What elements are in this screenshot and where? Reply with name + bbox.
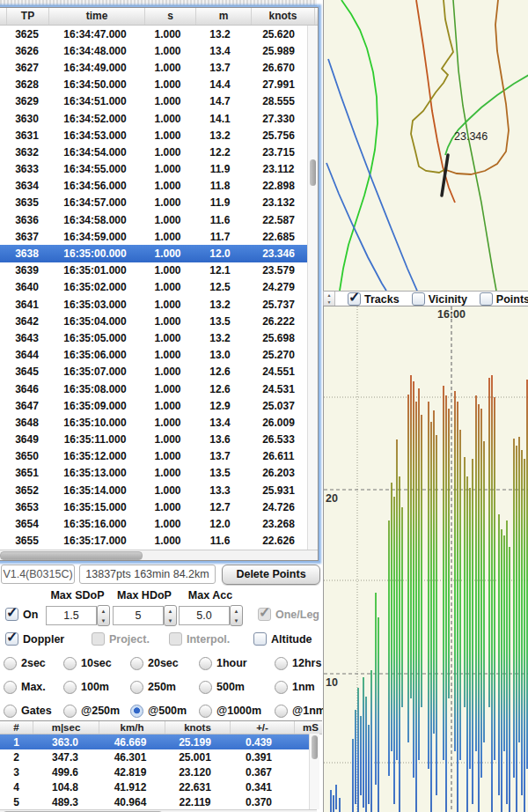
radio-option[interactable]: Gates: [4, 705, 63, 718]
results-table-header[interactable]: #m|seckm/hknots+/-mS: [0, 721, 322, 734]
map-layer-checkbox-points[interactable]: Points: [480, 292, 528, 306]
map-layer-checkbox-vicinity[interactable]: Vicinity: [412, 292, 467, 306]
table-row[interactable]: 362716:34:49.0001.00013.726.670: [0, 59, 318, 76]
stepper-down-icon[interactable]: ▼: [231, 616, 242, 625]
radio-icon[interactable]: [4, 681, 17, 694]
table-row[interactable]: 363416:34:56.0001.00011.822.898: [0, 178, 318, 195]
radio-icon[interactable]: [130, 657, 143, 670]
radio-icon[interactable]: [63, 657, 77, 670]
table-row[interactable]: 365116:35:13.0001.00013.526.203: [0, 465, 318, 482]
column-header[interactable]: m: [196, 8, 252, 25]
radio-option[interactable]: 10sec: [63, 657, 130, 670]
table-row[interactable]: 362616:34:48.0001.00013.425.989: [0, 42, 318, 59]
column-header[interactable]: m|sec: [33, 721, 99, 734]
radio-option[interactable]: @1nm: [275, 705, 324, 718]
table-row[interactable]: 363816:35:00.0001.00012.023.346: [0, 245, 318, 262]
radio-icon[interactable]: [199, 705, 212, 718]
table-row[interactable]: 364516:35:07.0001.00012.624.551: [0, 364, 318, 380]
checkbox-icon[interactable]: [253, 632, 267, 646]
radio-option[interactable]: 20sec: [130, 657, 199, 670]
table-row[interactable]: 365516:35:17.0001.00011.622.626: [0, 533, 318, 550]
map-layer-checkbox-tracks[interactable]: Tracks: [348, 292, 400, 306]
radio-icon[interactable]: [275, 681, 288, 694]
delete-points-button[interactable]: Delete Points: [222, 565, 320, 585]
checkbox-icon[interactable]: [348, 292, 361, 306]
column-header[interactable]: mS: [295, 721, 322, 734]
scrollbar-thumb[interactable]: [312, 735, 318, 759]
table-row[interactable]: 362916:34:51.0001.00014.728.555: [0, 93, 318, 110]
radio-icon[interactable]: [63, 705, 77, 718]
track-table-header[interactable]: TPtimesmknots: [0, 8, 318, 26]
radio-icon[interactable]: [199, 657, 212, 670]
map-scroll-stepper[interactable]: ▲ ▼: [324, 292, 335, 306]
max-sdop-stepper[interactable]: ▲ ▼: [97, 605, 110, 626]
checkbox-icon[interactable]: [5, 632, 18, 646]
column-header[interactable]: +/-: [231, 721, 295, 734]
radio-icon[interactable]: [199, 681, 212, 694]
stats-field[interactable]: 13837pts 163min 84.2km: [79, 565, 216, 584]
altitude-checkbox[interactable]: Altitude: [253, 632, 312, 646]
stepper-up-icon[interactable]: ▲: [165, 606, 176, 616]
table-row[interactable]: 364716:35:09.0001.00012.925.037: [0, 397, 318, 414]
radio-option[interactable]: 2sec: [4, 657, 63, 670]
stepper-up-icon[interactable]: ▲: [324, 292, 334, 299]
radio-option[interactable]: 250m: [130, 681, 199, 694]
table-row[interactable]: 363116:34:53.0001.00013.225.756: [0, 127, 318, 144]
doppler-checkbox[interactable]: Doppler: [5, 632, 64, 646]
max-hdop-stepper[interactable]: ▲ ▼: [164, 605, 177, 626]
table-row[interactable]: 365416:35:16.0001.00012.023.268: [0, 515, 318, 532]
radio-icon[interactable]: [275, 657, 288, 670]
column-header[interactable]: #: [0, 721, 33, 734]
table-row[interactable]: 363216:34:54.0001.00012.223.715: [0, 144, 318, 160]
speed-time-graph[interactable]: 16:00 20 10: [323, 306, 528, 812]
table-row[interactable]: 4104.841.91222.6310.341: [0, 780, 310, 795]
checkbox-icon[interactable]: [412, 292, 425, 306]
stepper-up-icon[interactable]: ▲: [231, 606, 242, 616]
max-acc-input[interactable]: 5.0: [179, 606, 230, 625]
table-row[interactable]: 364116:35:03.0001.00013.225.737: [0, 296, 318, 313]
radio-option[interactable]: @1000m: [199, 705, 275, 718]
table-row[interactable]: 362516:34:47.0001.00013.225.620: [0, 26, 318, 42]
scrollbar-thumb[interactable]: [310, 159, 316, 186]
on-checkbox[interactable]: On: [5, 608, 38, 621]
table-row[interactable]: 364016:35:02.0001.00012.524.279: [0, 279, 318, 296]
max-sdop-input[interactable]: 1.5: [46, 606, 97, 625]
radio-icon[interactable]: [130, 681, 143, 694]
table-row[interactable]: 365216:35:14.0001.00013.325.931: [0, 482, 318, 498]
table-row[interactable]: 363916:35:01.0001.00012.123.579: [0, 262, 318, 279]
stepper-down-icon[interactable]: ▼: [98, 616, 109, 625]
radio-option[interactable]: 12hrs: [275, 657, 324, 670]
column-header[interactable]: s: [145, 8, 196, 25]
table-row[interactable]: 1363.046.66925.1990.439: [0, 734, 310, 749]
radio-icon[interactable]: [4, 657, 17, 670]
table-row[interactable]: 363316:34:55.0001.00011.923.112: [0, 161, 318, 178]
track-map[interactable]: 23.346: [323, 0, 528, 291]
radio-icon[interactable]: [130, 705, 143, 718]
column-header[interactable]: TP: [7, 8, 49, 25]
table-row[interactable]: 365016:35:12.0001.00013.726.611: [0, 448, 318, 465]
table-row[interactable]: 363016:34:52.0001.00014.127.330: [0, 110, 318, 127]
column-header[interactable]: knots: [252, 8, 315, 25]
table-row[interactable]: 364416:35:06.0001.00013.025.270: [0, 347, 318, 364]
track-table-vertical-scrollbar[interactable]: [307, 26, 318, 550]
radio-option[interactable]: 1hour: [199, 657, 275, 670]
max-acc-stepper[interactable]: ▲ ▼: [230, 605, 243, 626]
checkbox-icon[interactable]: [5, 608, 18, 621]
column-header[interactable]: km/h: [99, 721, 165, 734]
table-row[interactable]: 364816:35:10.0001.00013.426.009: [0, 414, 318, 431]
table-row[interactable]: 2347.346.30125.0010.391: [0, 749, 310, 764]
stepper-up-icon[interactable]: ▲: [98, 606, 109, 616]
table-row[interactable]: 5489.340.96422.1190.370: [0, 795, 310, 810]
table-row[interactable]: 363716:34:59.0001.00011.722.685: [0, 228, 318, 245]
column-header[interactable]: knots: [165, 721, 231, 734]
table-row[interactable]: 362816:34:50.0001.00014.427.991: [0, 77, 318, 93]
selected-point-marker[interactable]: [442, 155, 448, 196]
table-row[interactable]: 363616:34:58.0001.00011.622.587: [0, 211, 318, 228]
radio-icon[interactable]: [4, 705, 17, 718]
table-row[interactable]: 365316:35:15.0001.00012.724.726: [0, 498, 318, 515]
version-field[interactable]: V1.4(B0315C): [1, 565, 75, 584]
results-vertical-scrollbar[interactable]: [309, 734, 319, 809]
table-row[interactable]: 3499.642.81923.1200.367: [0, 764, 310, 779]
radio-option[interactable]: @250m: [63, 705, 130, 718]
radio-option[interactable]: 500m: [199, 681, 275, 694]
